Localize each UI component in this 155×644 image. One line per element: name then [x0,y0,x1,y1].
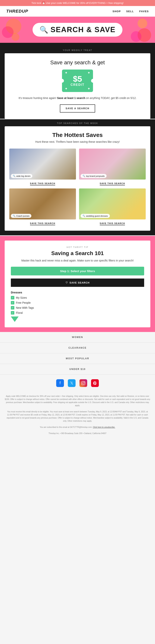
promo-bar-text: Tick tock ⏰ Use your code WELCOME for 35… [32,2,124,4]
footer-nav-most-popular[interactable]: MOST POPULAR [0,353,155,364]
hero-decor-3 [138,18,147,28]
search-item-jumpsuits: 🔍 top brand jumpsuits SAVE THIS SEARCH [79,148,146,185]
check-icon-free-people: ✓ [11,301,14,304]
save-search-dark-button[interactable]: ♡ SAVE SEARCH [11,278,144,287]
fine-print: Apply code WELCOME at checkout for 35% o… [0,392,155,438]
hero-section: 🔍 SEARCH & SAVE [0,17,155,43]
search-magnifier-icon: 🔍 [40,26,48,34]
nav-faves[interactable]: FAVES [139,10,149,13]
credit-label: CREDIT [70,83,84,86]
hero-decor-5 [12,33,20,41]
search-item-coach-purses: 🔍 Coach purses SAVE THIS SEARCH [9,188,76,225]
hero-title: SEARCH & SAVE [50,26,116,34]
search-icon-1: 🔍 [13,175,16,177]
hot-thrift-subtext: Master this hack and never miss a deal a… [11,258,144,263]
top-searches-section: TOP SEARCHES OF THE WEEK The Hottest Sav… [0,119,155,235]
treat-heading: Save any search & get [12,60,142,66]
filter-item-new-with-tags: ✓ New With Tags [11,306,144,310]
save-search-dark-label: SAVE SEARCH [70,281,90,284]
thredup-logo[interactable]: ThredUP [6,9,28,14]
search-img-wide-leg-denim: 🔍 wide leg denim [9,148,76,180]
star-bottom-right: ✦ [88,86,90,91]
search-img-label-wide-leg-denim: 🔍 wide leg denim [11,174,32,178]
filter-label-floral: Floral [16,311,23,314]
top-searches-card: The Hottest Saves Hunt these next. Thrif… [5,126,150,231]
fine-print-para1: Apply code WELCOME at checkout for 35% o… [5,395,150,407]
heart-icon: ♡ [66,281,68,284]
search-icon-3: 🔍 [13,214,16,217]
filter-label-new-with-tags: New With Tags [16,306,34,309]
footer-navigation: WOMEN CLEARANCE MOST POPULAR UNDER $10 [0,332,155,374]
hot-thrift-heading: Saving a Search 101 [11,250,144,256]
star-top-left: ✦ [65,71,68,75]
weekly-treat-label: YOUR WEEKLY TREAT [0,46,155,53]
search-img-label-coach-purses: 🔍 Coach purses [11,214,32,218]
promo-bar: Tick tock ⏰ Use your code WELCOME for 35… [0,0,155,6]
footer-nav-women[interactable]: WOMEN [0,332,155,343]
unsubscribe-link[interactable]: Click here to unsubscribe. [93,426,115,428]
search-item-wide-leg-denim: 🔍 wide leg denim SAVE THIS SEARCH [9,148,76,185]
footer-nav-under-10[interactable]: UNDER $10 [0,364,155,374]
top-searches-heading: The Hottest Saves [9,132,146,138]
twitter-icon[interactable]: 𝕏 [68,379,76,387]
unsubscribe-text: You are subscribed to this email at GKTC… [40,426,92,428]
treat-body-text: It's treasure hunting time again! Save a… [12,96,142,100]
hero-decor-6 [131,31,142,42]
filter-label-free-people: Free People [16,301,30,304]
credit-amount: $5 [70,75,84,83]
credit-box: ✦ ✦ ✦ ✦ $5 CREDIT [62,70,93,92]
search-img-jumpsuits: 🔍 top brand jumpsuits [79,148,146,180]
star-bottom-left: ✦ [65,86,68,91]
search-img-wedding-dresses: 🔍 wedding guest dresses [79,188,146,220]
hero-badge: 🔍 SEARCH & SAVE [32,23,123,36]
save-search-wide-leg-denim[interactable]: SAVE THIS SEARCH [30,182,56,185]
svg-rect-0 [82,381,85,385]
star-top-right: ✦ [88,71,90,75]
hot-thrift-label: HOT THRIFT TIP [11,246,144,248]
filter-label-my-sizes: My Sizes [16,296,27,299]
fine-print-address: Thredup Inc. • 969 Broadway Suite 200 • … [5,432,150,435]
weekly-treat-section: YOUR WEEKLY TREAT Save any search & get … [0,43,155,119]
filter-item-floral: ✓ Floral [11,311,144,314]
fine-print-para2: You must receive this email directly to … [5,410,150,422]
check-icon-floral: ✓ [11,311,14,314]
top-searches-label: TOP SEARCHES OF THE WEEK [0,119,155,126]
filter-list: Dresses ✓ My Sizes ✓ Free People ✓ New W… [11,291,144,322]
top-searches-subtext: Hunt these next. Thrifters have been sav… [9,140,146,144]
check-icon-new-with-tags: ✓ [11,306,14,310]
footer-nav-clearance[interactable]: CLEARANCE [0,343,155,353]
hot-thrift-card: HOT THRIFT TIP Saving a Search 101 Maste… [5,240,150,327]
navigation: ThredUP SHOP SELL FAVES [0,6,155,17]
nav-sell[interactable]: SELL [126,10,134,13]
fine-print-unsubscribe: You are subscribed to this email at GKTC… [5,426,150,429]
check-icon-my-sizes: ✓ [11,296,14,300]
step-select-filters-button[interactable]: Step 1: Select your filters [11,267,144,276]
search-img-label-wedding-dresses: 🔍 wedding guest dresses [80,214,110,218]
arrow-decoration [11,316,18,322]
nav-shop[interactable]: SHOP [112,10,121,13]
instagram-icon[interactable] [80,379,87,387]
filter-item-my-sizes: ✓ My Sizes [11,296,144,300]
save-search-coach-purses[interactable]: SAVE THIS SEARCH [30,222,56,225]
facebook-icon[interactable]: f [56,379,64,387]
search-icon-2: 🔍 [82,175,85,177]
nav-links: SHOP SELL FAVES [112,10,149,13]
search-img-label-jumpsuits: 🔍 top brand jumpsuits [80,174,106,178]
social-links: f 𝕏 [0,374,155,392]
filter-category-label: Dresses [11,291,144,294]
hot-thrift-section: HOT THRIFT TIP Saving a Search 101 Maste… [0,236,155,332]
pinterest-icon[interactable] [91,379,99,387]
search-img-coach-purses: 🔍 Coach purses [9,188,76,220]
searches-grid: 🔍 wide leg denim SAVE THIS SEARCH 🔍 top … [9,148,146,225]
filter-item-free-people: ✓ Free People [11,301,144,304]
svg-point-1 [82,382,84,384]
save-search-jumpsuits[interactable]: SAVE THIS SEARCH [100,182,125,185]
treat-card: Save any search & get ✦ ✦ ✦ ✦ $5 CREDIT … [5,53,150,119]
save-a-search-button[interactable]: SAVE A SEARCH [60,104,95,112]
search-item-wedding-dresses: 🔍 wedding guest dresses SAVE THIS SEARCH [79,188,146,225]
save-search-wedding-dresses[interactable]: SAVE THIS SEARCH [100,222,125,225]
search-icon-4: 🔍 [82,214,85,217]
svg-point-2 [84,382,85,382]
